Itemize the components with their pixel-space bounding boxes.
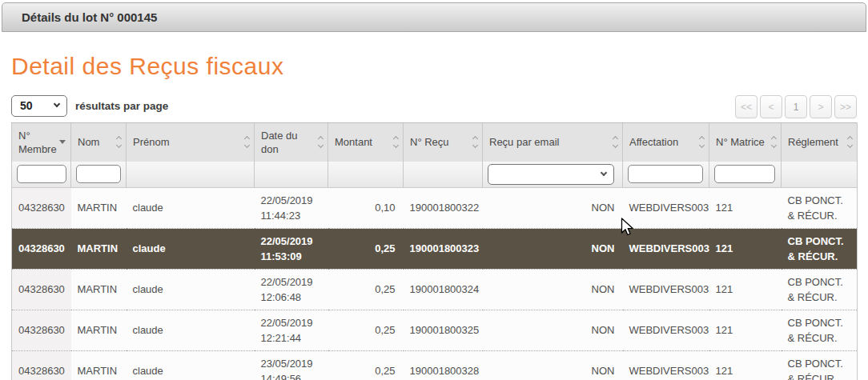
page-title: Detail des Reçus fiscaux: [11, 53, 868, 80]
pagination-last-button[interactable]: >>: [834, 95, 857, 118]
cell-membre: 04328630: [12, 269, 71, 310]
cell-recu: 190001800328: [404, 350, 483, 380]
table-row[interactable]: 04328630MARTINclaude22/05/2019 11:44:230…: [12, 187, 858, 228]
cell-date: 22/05/2019 11:44:23: [255, 187, 328, 228]
cell-nom: MARTIN: [71, 310, 127, 350]
filter-cell-nom: [71, 162, 127, 188]
sort-both-icon: [394, 137, 398, 147]
column-header-membre[interactable]: N° Membre: [12, 123, 71, 162]
cell-recu: 190001800322: [404, 187, 483, 228]
cell-montant: 0,25: [328, 269, 404, 310]
table-row[interactable]: 04328630MARTINclaude22/05/2019 12:21:440…: [12, 310, 858, 350]
cell-prenom: claude: [127, 269, 255, 310]
cell-reglement: CB PONCT. & RÉCUR.: [782, 310, 858, 350]
cell-nom: MARTIN: [71, 269, 127, 310]
cell-email: NON: [483, 228, 623, 269]
table-row[interactable]: 04328630MARTINclaude22/05/2019 12:06:480…: [12, 269, 858, 310]
sort-both-icon: [700, 137, 704, 147]
receipts-table: N° MembreNomPrénomDate du donMontantN° R…: [11, 122, 858, 380]
table-row[interactable]: 04328630MARTINclaude23/05/2019 14:49:560…: [12, 350, 858, 380]
table-filter-row: [12, 162, 858, 188]
cell-nom: MARTIN: [71, 228, 127, 269]
pagination-page-1-button[interactable]: 1: [785, 95, 807, 118]
column-header-matrice[interactable]: N° Matrice: [709, 123, 782, 162]
column-label: Reçu par email: [489, 135, 559, 149]
sort-both-icon: [613, 137, 617, 147]
filter-cell-reglement: [782, 162, 858, 188]
filter-cell-date: [255, 162, 328, 188]
cell-matrice: 121: [709, 310, 782, 350]
cell-recu: 190001800323: [404, 228, 483, 269]
cell-email: NON: [483, 350, 623, 380]
cell-date: 22/05/2019 12:06:48: [255, 269, 328, 310]
page-size-select[interactable]: 50: [11, 95, 67, 117]
table-row[interactable]: 04328630MARTINclaude22/05/2019 11:53:090…: [12, 228, 858, 269]
pagination-prev-button[interactable]: <: [760, 95, 782, 118]
column-label: N° Matrice: [716, 135, 765, 149]
filter-cell-prenom: [127, 162, 255, 188]
batch-details-panel-header[interactable]: Détails du lot N° 000145: [2, 2, 866, 32]
cell-matrice: 121: [709, 228, 782, 269]
sort-both-icon: [772, 137, 776, 147]
column-label: N° Reçu: [410, 135, 449, 149]
cell-matrice: 121: [709, 350, 782, 380]
filter-input-nom[interactable]: [76, 165, 121, 183]
cell-prenom: claude: [127, 187, 255, 228]
cell-recu: 190001800325: [404, 310, 483, 350]
cell-affectation: WEBDIVERS003: [623, 228, 709, 269]
cell-prenom: claude: [127, 228, 255, 269]
column-label: Prénom: [133, 135, 170, 149]
cell-matrice: 121: [709, 269, 782, 310]
cell-nom: MARTIN: [71, 187, 127, 228]
cell-recu: 190001800324: [404, 269, 483, 310]
cell-email: NON: [483, 269, 623, 310]
cell-reglement: CB PONCT. & RÉCUR.: [782, 350, 858, 380]
column-header-montant[interactable]: Montant: [328, 123, 404, 162]
filter-select-email[interactable]: [488, 164, 614, 185]
cell-montant: 0,25: [328, 350, 404, 380]
cell-date: 22/05/2019 11:53:09: [255, 228, 328, 269]
cell-date: 23/05/2019 14:49:56: [255, 350, 328, 380]
filter-cell-affectation: [623, 162, 709, 188]
cell-matrice: 121: [709, 187, 782, 228]
filter-cell-email: [483, 162, 623, 188]
filter-input-affectation[interactable]: [628, 165, 703, 183]
column-header-prenom[interactable]: Prénom: [127, 123, 255, 162]
column-header-email[interactable]: Reçu par email: [483, 123, 623, 162]
cell-montant: 0,10: [328, 187, 404, 228]
column-header-date[interactable]: Date du don: [255, 123, 328, 162]
cell-prenom: claude: [127, 310, 255, 350]
cell-montant: 0,25: [328, 310, 404, 350]
filter-input-membre[interactable]: [17, 165, 66, 183]
column-header-reglement[interactable]: Réglement: [782, 123, 858, 162]
filter-input-matrice[interactable]: [714, 165, 775, 183]
column-header-affectation[interactable]: Affectation: [623, 123, 709, 162]
column-header-nom[interactable]: Nom: [71, 123, 127, 162]
cell-nom: MARTIN: [71, 350, 127, 380]
sort-both-icon: [117, 137, 121, 147]
cell-email: NON: [483, 187, 623, 228]
filter-select-wrap-email: [488, 164, 614, 185]
pagination-first-button[interactable]: <<: [735, 95, 757, 118]
cell-reglement: CB PONCT. & RÉCUR.: [782, 269, 858, 310]
column-label: N° Membre: [18, 129, 57, 156]
cell-affectation: WEBDIVERS003: [623, 310, 709, 350]
table-controls: 50 résultats par page << < 1 > >>: [11, 94, 857, 118]
column-label: Date du don: [261, 129, 316, 156]
sort-both-icon: [473, 137, 477, 147]
column-header-recu[interactable]: N° Reçu: [404, 123, 483, 162]
cell-email: NON: [483, 310, 623, 350]
filter-cell-montant: [328, 162, 404, 188]
cell-prenom: claude: [127, 350, 255, 380]
pagination-next-button[interactable]: >: [810, 95, 832, 118]
cell-membre: 04328630: [12, 187, 71, 228]
filter-cell-matrice: [709, 162, 782, 188]
cell-reglement: CB PONCT. & RÉCUR.: [782, 228, 858, 269]
sort-both-icon: [245, 137, 249, 147]
panel-title: Détails du lot N° 000145: [22, 10, 157, 24]
sort-both-icon: [848, 137, 852, 147]
cell-date: 22/05/2019 12:21:44: [255, 310, 328, 350]
cell-membre: 04328630: [12, 310, 71, 350]
cell-membre: 04328630: [12, 228, 71, 269]
sort-desc-icon: [59, 140, 66, 144]
